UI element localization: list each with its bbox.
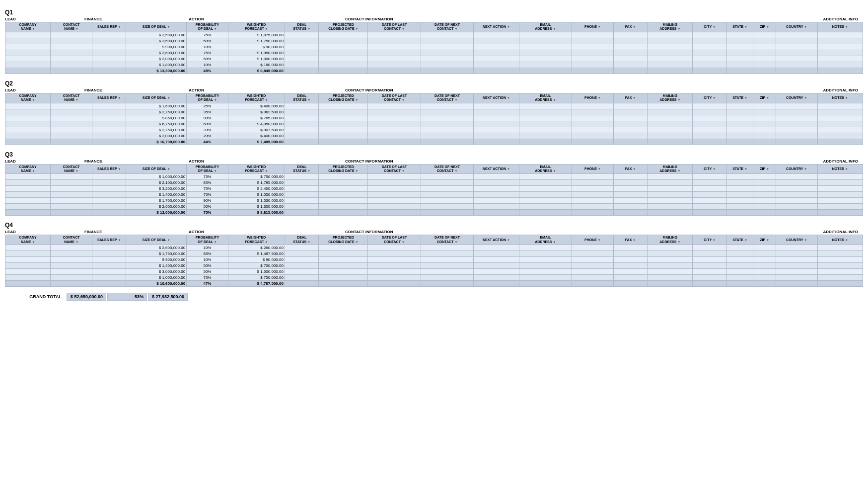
filter-arrow[interactable]: ▼: [75, 169, 78, 173]
filter-arrow[interactable]: ▼: [118, 167, 121, 171]
filter-arrow[interactable]: ▼: [454, 241, 457, 244]
filter-arrow[interactable]: ▼: [32, 98, 35, 102]
notes-cell: [817, 115, 863, 121]
sales-rep-cell: [92, 103, 126, 109]
filter-arrow[interactable]: ▼: [744, 96, 747, 100]
next-contact-cell: [421, 275, 474, 281]
col-header-col-city: CITY ▼: [693, 22, 726, 32]
filter-arrow[interactable]: ▼: [598, 239, 601, 242]
filter-arrow[interactable]: ▼: [633, 96, 636, 100]
next-contact-cell: [421, 251, 474, 257]
filter-arrow[interactable]: ▼: [32, 169, 35, 173]
filter-arrow[interactable]: ▼: [167, 96, 170, 100]
filter-arrow[interactable]: ▼: [167, 25, 170, 29]
filter-arrow[interactable]: ▼: [265, 169, 268, 173]
filter-arrow[interactable]: ▼: [845, 239, 848, 242]
weighted-forecast-cell: $ 1,950,000.00: [228, 50, 285, 56]
filter-arrow[interactable]: ▼: [356, 241, 359, 244]
filter-arrow[interactable]: ▼: [766, 96, 769, 100]
filter-arrow[interactable]: ▼: [454, 169, 457, 173]
filter-arrow[interactable]: ▼: [167, 167, 170, 171]
filter-arrow[interactable]: ▼: [633, 25, 636, 29]
filter-arrow[interactable]: ▼: [713, 25, 716, 29]
fax-cell: [613, 257, 647, 263]
filter-arrow[interactable]: ▼: [804, 96, 807, 100]
filter-arrow[interactable]: ▼: [598, 25, 601, 29]
filter-arrow[interactable]: ▼: [507, 167, 510, 171]
filter-arrow[interactable]: ▼: [265, 241, 268, 244]
filter-arrow[interactable]: ▼: [766, 239, 769, 242]
filter-arrow[interactable]: ▼: [845, 167, 848, 171]
filter-arrow[interactable]: ▼: [75, 27, 78, 31]
filter-arrow[interactable]: ▼: [402, 169, 405, 173]
phone-cell: [572, 32, 614, 38]
filter-arrow[interactable]: ▼: [356, 98, 359, 102]
filter-arrow[interactable]: ▼: [307, 98, 310, 102]
filter-arrow[interactable]: ▼: [507, 25, 510, 29]
col-header-col-city: CITY ▼: [693, 235, 726, 245]
filter-arrow[interactable]: ▼: [845, 96, 848, 100]
filter-arrow[interactable]: ▼: [744, 25, 747, 29]
filter-arrow[interactable]: ▼: [75, 98, 78, 102]
filter-arrow[interactable]: ▼: [804, 25, 807, 29]
deal-status-cell: [285, 50, 318, 56]
state-cell: [726, 50, 753, 56]
filter-arrow[interactable]: ▼: [402, 98, 405, 102]
total-empty14: [753, 281, 776, 287]
filter-arrow[interactable]: ▼: [214, 169, 217, 173]
filter-arrow[interactable]: ▼: [633, 167, 636, 171]
filter-arrow[interactable]: ▼: [766, 25, 769, 29]
filter-arrow[interactable]: ▼: [265, 27, 268, 31]
zip-cell: [753, 192, 776, 198]
filter-arrow[interactable]: ▼: [804, 239, 807, 242]
phone-cell: [572, 62, 614, 68]
filter-arrow[interactable]: ▼: [307, 27, 310, 31]
city-cell: [693, 56, 726, 62]
filter-arrow[interactable]: ▼: [32, 241, 35, 244]
filter-arrow[interactable]: ▼: [845, 25, 848, 29]
filter-arrow[interactable]: ▼: [553, 27, 556, 31]
filter-arrow[interactable]: ▼: [75, 241, 78, 244]
filter-arrow[interactable]: ▼: [598, 96, 601, 100]
filter-arrow[interactable]: ▼: [265, 98, 268, 102]
filter-arrow[interactable]: ▼: [454, 98, 457, 102]
filter-arrow[interactable]: ▼: [32, 27, 35, 31]
filter-arrow[interactable]: ▼: [744, 239, 747, 242]
filter-arrow[interactable]: ▼: [356, 27, 359, 31]
mailing-cell: [648, 109, 693, 115]
filter-arrow[interactable]: ▼: [713, 96, 716, 100]
filter-arrow[interactable]: ▼: [677, 98, 680, 102]
filter-arrow[interactable]: ▼: [214, 27, 217, 31]
filter-arrow[interactable]: ▼: [214, 241, 217, 244]
filter-arrow[interactable]: ▼: [598, 167, 601, 171]
filter-arrow[interactable]: ▼: [677, 27, 680, 31]
filter-arrow[interactable]: ▼: [713, 167, 716, 171]
filter-arrow[interactable]: ▼: [507, 96, 510, 100]
filter-arrow[interactable]: ▼: [677, 169, 680, 173]
notes-cell: [817, 204, 863, 210]
filter-arrow[interactable]: ▼: [633, 239, 636, 242]
total-empty10: [613, 139, 647, 145]
filter-arrow[interactable]: ▼: [553, 169, 556, 173]
filter-arrow[interactable]: ▼: [118, 96, 121, 100]
filter-arrow[interactable]: ▼: [804, 167, 807, 171]
filter-arrow[interactable]: ▼: [307, 241, 310, 244]
filter-arrow[interactable]: ▼: [167, 239, 170, 242]
probability-cell: 25%: [187, 103, 228, 109]
filter-arrow[interactable]: ▼: [454, 27, 457, 31]
filter-arrow[interactable]: ▼: [677, 241, 680, 244]
filter-arrow[interactable]: ▼: [766, 167, 769, 171]
col-header-col-city: CITY ▼: [693, 164, 726, 174]
filter-arrow[interactable]: ▼: [553, 98, 556, 102]
filter-arrow[interactable]: ▼: [713, 239, 716, 242]
filter-arrow[interactable]: ▼: [507, 239, 510, 242]
filter-arrow[interactable]: ▼: [356, 169, 359, 173]
filter-arrow[interactable]: ▼: [307, 169, 310, 173]
filter-arrow[interactable]: ▼: [214, 98, 217, 102]
filter-arrow[interactable]: ▼: [118, 239, 121, 242]
filter-arrow[interactable]: ▼: [744, 167, 747, 171]
filter-arrow[interactable]: ▼: [402, 27, 405, 31]
filter-arrow[interactable]: ▼: [553, 241, 556, 244]
filter-arrow[interactable]: ▼: [402, 241, 405, 244]
filter-arrow[interactable]: ▼: [118, 25, 121, 29]
